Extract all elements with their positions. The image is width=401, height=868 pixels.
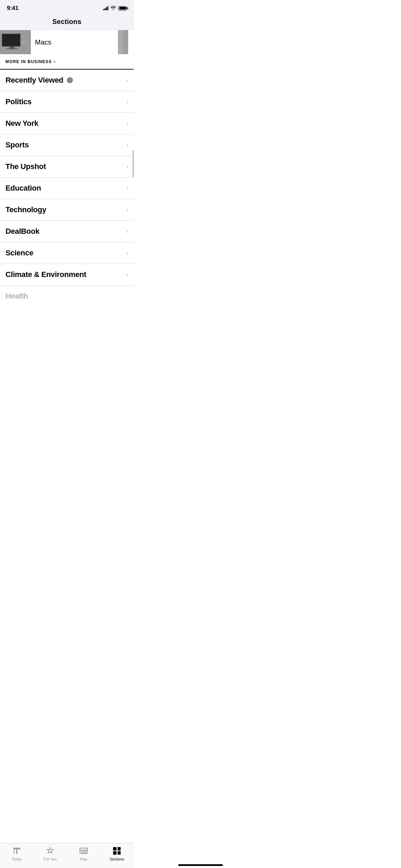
- chevron-right-icon: ›: [126, 293, 128, 299]
- section-item-left: Recently Viewed: [5, 76, 73, 85]
- section-item-science[interactable]: Science ›: [0, 242, 134, 264]
- chevron-right-icon: ›: [126, 77, 128, 83]
- more-chevron-icon: ›: [54, 59, 55, 64]
- chevron-right-icon: ›: [126, 272, 128, 278]
- svg-rect-2: [2, 34, 20, 46]
- more-in-business-link[interactable]: MORE IN BUSINESS ›: [0, 54, 134, 69]
- section-item-dealbook[interactable]: DealBook ›: [0, 221, 134, 242]
- section-label-technology: Technology: [5, 205, 46, 214]
- section-item-left: Education: [5, 184, 41, 193]
- scrollbar-thumb[interactable]: [133, 150, 134, 178]
- navigation-bar: Sections: [0, 15, 134, 30]
- section-item-new-york[interactable]: New York ›: [0, 113, 134, 134]
- section-item-health[interactable]: Health ›: [0, 286, 134, 304]
- more-link-text: MORE IN BUSINESS: [5, 59, 52, 64]
- battery-icon: [118, 6, 127, 11]
- section-label-health: Health: [5, 292, 28, 301]
- wifi-icon: [110, 5, 116, 11]
- chevron-right-icon: ›: [126, 207, 128, 213]
- section-label-the-upshot: The Upshot: [5, 162, 46, 171]
- section-label-new-york: New York: [5, 119, 38, 128]
- article-thumbnail: [0, 30, 31, 54]
- section-label-recently-viewed: Recently Viewed: [5, 76, 63, 85]
- section-item-recently-viewed[interactable]: Recently Viewed ›: [0, 70, 134, 91]
- chevron-right-icon: ›: [126, 228, 128, 234]
- section-item-climate-environment[interactable]: Climate & Environment ›: [0, 264, 134, 286]
- section-item-left: Technology: [5, 205, 46, 214]
- section-item-left: Politics: [5, 97, 32, 106]
- section-label-sports: Sports: [5, 141, 29, 149]
- section-item-left: Climate & Environment: [5, 270, 86, 279]
- section-item-politics[interactable]: Politics ›: [0, 91, 134, 113]
- section-label-dealbook: DealBook: [5, 227, 39, 236]
- article-preview-strip[interactable]: Macs: [0, 30, 134, 54]
- svg-rect-4: [6, 48, 18, 49]
- section-item-left: Health: [5, 292, 28, 301]
- chevron-right-icon: ›: [126, 185, 128, 191]
- section-item-education[interactable]: Education ›: [0, 178, 134, 199]
- article-title-preview: Macs: [31, 38, 56, 46]
- section-item-sports[interactable]: Sports ›: [0, 134, 134, 156]
- signal-bars-icon: [103, 6, 108, 10]
- article-thumb-right: [118, 30, 128, 54]
- section-item-left: New York: [5, 119, 38, 128]
- chevron-right-icon: ›: [126, 164, 128, 170]
- svg-rect-3: [10, 47, 14, 48]
- section-label-politics: Politics: [5, 97, 32, 106]
- section-item-left: The Upshot: [5, 162, 46, 171]
- page-title: Sections: [52, 18, 82, 25]
- svg-rect-6: [118, 30, 123, 54]
- recently-viewed-badge: [67, 77, 73, 83]
- section-item-left: Sports: [5, 141, 29, 149]
- section-label-science: Science: [5, 249, 33, 257]
- chevron-right-icon: ›: [126, 142, 128, 148]
- status-bar: 9:41: [0, 0, 134, 15]
- main-content: Macs MORE IN BUSINESS › Recently Viewed …: [0, 30, 134, 331]
- section-item-technology[interactable]: Technology ›: [0, 199, 134, 221]
- scrollbar-track: [132, 150, 134, 253]
- status-icons: [103, 5, 127, 11]
- chevron-right-icon: ›: [126, 99, 128, 105]
- section-item-left: Science: [5, 249, 33, 257]
- chevron-right-icon: ›: [126, 250, 128, 256]
- section-label-education: Education: [5, 184, 41, 193]
- status-time: 9:41: [7, 5, 19, 12]
- chevron-right-icon: ›: [126, 120, 128, 126]
- section-list: Recently Viewed › Politics › New York › …: [0, 70, 134, 304]
- section-item-the-upshot[interactable]: The Upshot ›: [0, 156, 134, 178]
- section-item-left: DealBook: [5, 227, 39, 236]
- section-label-climate-environment: Climate & Environment: [5, 270, 86, 279]
